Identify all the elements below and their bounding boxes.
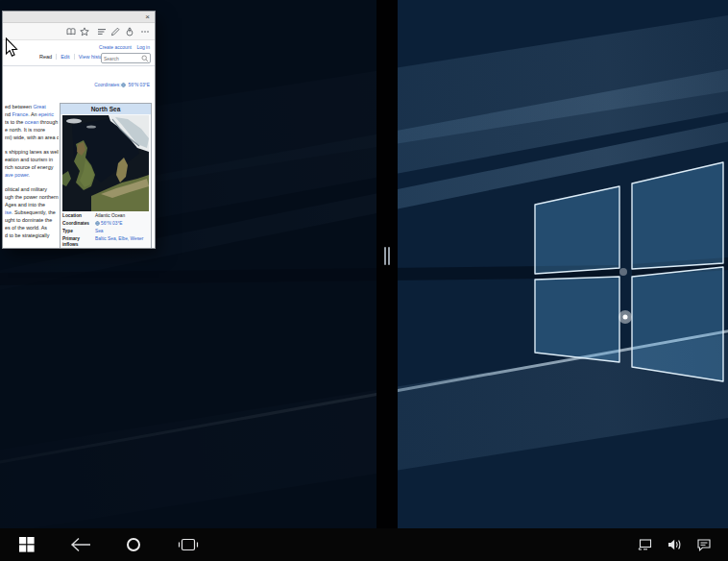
infobox-row: Type Sea — [61, 228, 151, 235]
infobox-label: Coordinates — [62, 221, 95, 227]
search-input[interactable] — [104, 54, 142, 62]
account-links: Create account Log in — [95, 44, 150, 50]
speaker-icon — [667, 537, 682, 552]
article-line: ugh the power northern — [5, 193, 59, 201]
coordinates-value[interactable]: 56°N 03°E — [128, 83, 150, 87]
infobox-coordinates-link[interactable]: 56°N 03°E — [95, 221, 149, 227]
volume-tray-button[interactable] — [663, 528, 686, 561]
wikipedia-page: Create account Log in Read Edit View his… — [3, 41, 155, 248]
article-line: mi) wide, with an area of — [5, 134, 59, 141]
web-note-pen-icon[interactable] — [110, 27, 120, 37]
window-titlebar: × — [3, 12, 155, 23]
network-icon — [638, 537, 653, 552]
browser-toolbar — [3, 23, 155, 40]
back-arrow-icon — [70, 537, 91, 552]
coordinates-link[interactable]: Coordinates: 56°N 03°E — [94, 83, 150, 87]
tab-read[interactable]: Read — [36, 54, 56, 60]
article-line: al and geographical — [5, 246, 59, 248]
article-paragraph: al and geographical — [5, 246, 59, 248]
close-icon[interactable]: × — [142, 12, 153, 22]
article-line: ise. Subsequently, the — [5, 208, 59, 216]
cortana-circle-icon — [127, 538, 140, 551]
edge-browser-window[interactable]: × Create account — [3, 12, 155, 248]
infobox-label: Primary inflows — [62, 236, 95, 248]
article-paragraph: ed between Great nd France. An epeiric t… — [5, 103, 59, 141]
tabs-divider-line — [3, 65, 155, 66]
start-button[interactable] — [8, 528, 46, 561]
action-center-icon — [696, 537, 712, 552]
create-account-link[interactable]: Create account — [99, 44, 132, 50]
infobox-label: Type — [62, 229, 95, 234]
search-icon[interactable] — [141, 55, 149, 62]
article-line: rich source of energy — [5, 163, 59, 171]
article-text-column: ed between Great nd France. An epeiric t… — [5, 103, 59, 248]
favorites-star-icon[interactable] — [80, 27, 89, 37]
article-line: ave power. — [5, 171, 59, 179]
article-line: ught to dominate the — [5, 216, 59, 224]
network-tray-button[interactable] — [634, 528, 657, 561]
globe-icon — [95, 221, 100, 226]
task-view-button[interactable] — [168, 528, 208, 561]
infobox-value: Atlantic Ocean — [95, 213, 149, 219]
wiki-search-box[interactable] — [101, 53, 151, 63]
article-line: olitical and military — [5, 185, 59, 193]
task-view-icon — [178, 537, 199, 552]
globe-icon — [121, 83, 126, 87]
back-button[interactable] — [61, 528, 100, 561]
north-sea-satellite-image — [62, 115, 149, 211]
article-line: ed between Great — [5, 103, 59, 110]
tab-edit[interactable]: Edit — [56, 54, 73, 60]
infobox-row-clipped: Primary inflows Baltic Sea, Elbe, Weser — [61, 235, 151, 248]
infobox-type-link[interactable]: Sea — [95, 229, 149, 234]
article-line: s shipping lanes as well — [5, 148, 59, 156]
infobox-north-sea: North Sea — [60, 103, 152, 248]
cortana-search-button[interactable] — [115, 528, 152, 561]
share-icon[interactable] — [125, 27, 134, 37]
infobox-inflows-link[interactable]: Baltic Sea, Elbe, Weser — [95, 236, 149, 248]
more-actions-icon[interactable] — [140, 27, 150, 37]
coordinates-label: Coordinates: — [94, 83, 120, 87]
article-tabs: Read Edit View history — [36, 54, 110, 60]
article-line: d to be strategically — [5, 232, 59, 239]
infobox-row: Location Atlantic Ocean — [61, 212, 151, 220]
article-line: e north. It is more — [5, 126, 59, 134]
article-line: Ages and into the — [5, 201, 59, 208]
windows-start-icon — [19, 537, 35, 552]
infobox-title: North Sea — [61, 104, 151, 114]
login-link[interactable]: Log in — [136, 44, 150, 50]
article-line: eation and tourism in — [5, 156, 59, 163]
divider-grip-handle[interactable] — [384, 247, 390, 265]
reading-view-icon[interactable] — [66, 27, 76, 37]
hub-icon[interactable] — [97, 27, 107, 37]
infobox-row: Coordinates 56°N 03°E — [61, 220, 151, 228]
infobox-label: Location — [62, 213, 95, 219]
article-line: es of the world. As — [5, 224, 59, 232]
article-paragraph: s shipping lanes as well eation and tour… — [5, 148, 59, 179]
action-center-button[interactable] — [692, 528, 716, 561]
article-line: ts to the ocean through — [5, 118, 59, 126]
windows-desktop-split-view: × Create account — [0, 0, 728, 561]
snap-split-divider[interactable] — [376, 0, 398, 528]
article-paragraph: olitical and military ugh the power nort… — [5, 185, 59, 239]
article-line: nd France. An epeiric — [5, 110, 59, 118]
taskbar — [0, 528, 728, 561]
